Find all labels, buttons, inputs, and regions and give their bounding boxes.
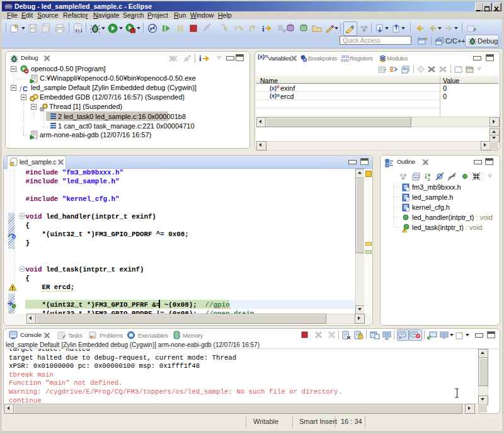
- svg-text:i: i: [262, 24, 265, 33]
- svg-text:0101: 0101: [341, 58, 349, 62]
- svg-text:C: C: [23, 85, 28, 93]
- svg-text:011: 011: [75, 28, 83, 33]
- svg-text:a: a: [428, 173, 430, 177]
- svg-text:z: z: [428, 177, 430, 181]
- svg-text:i: i: [199, 54, 202, 63]
